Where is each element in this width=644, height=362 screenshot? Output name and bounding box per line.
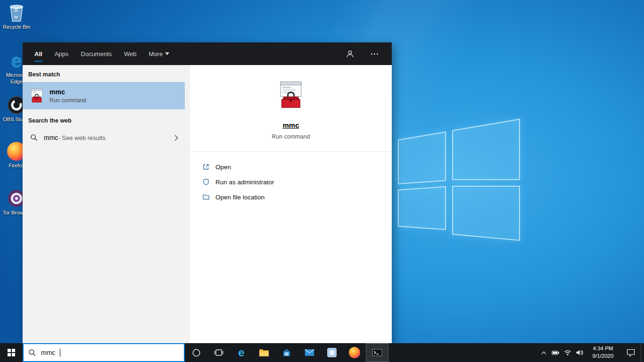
taskbar-pinned-app-button[interactable] [321,343,343,362]
tab-more[interactable]: More [143,42,176,65]
network-icon [564,349,571,356]
search-web-heading: Search the web [23,109,185,128]
taskbar-terminal-button[interactable] [366,343,388,362]
best-match-result-mmc[interactable]: mmc Run command [23,82,185,109]
network-tray-button[interactable] [561,343,573,362]
taskbar: mmc e [0,343,644,362]
recycle-bin-icon [7,3,26,23]
taskbar-mail-button[interactable] [298,343,321,362]
preview-title-link[interactable]: mmc [282,121,299,129]
battery-tray-button[interactable] [550,343,561,362]
store-icon [282,348,291,357]
result-subtitle: Run command [50,97,86,104]
tab-documents[interactable]: Documents [74,42,118,65]
taskbar-firefox-button[interactable] [343,343,366,362]
action-open-file-location[interactable]: Open file location [202,189,392,205]
taskbar-store-button[interactable] [275,343,298,362]
web-search-result[interactable]: mmc - See web results [23,128,185,147]
tab-apps[interactable]: Apps [49,42,75,65]
clock-date: 9/1/2020 [593,353,614,360]
clock-time: 4:34 PM [593,345,613,353]
web-suffix: - See web results [58,134,105,141]
folder-location-icon [202,193,210,201]
web-query: mmc [44,134,58,141]
firefox-icon [349,347,360,358]
tab-web[interactable]: Web [118,42,143,65]
chevron-right-icon[interactable] [174,135,178,141]
admin-shield-icon [202,178,210,186]
desktop-icon-label: Recycle Bin [1,24,32,31]
result-title: mmc [50,88,86,96]
terminal-icon [372,348,382,357]
cortana-button[interactable] [185,343,207,362]
file-explorer-icon [259,348,269,357]
task-view-icon [214,349,223,356]
action-center-icon [627,349,635,357]
mmc-toolbox-icon-large [276,80,305,109]
edge-icon: e [238,347,244,358]
show-desktop-button[interactable] [641,343,644,362]
search-flyout-panel: All Apps Documents Web More Best match [23,42,392,343]
hidden-icons-chevron[interactable] [538,343,550,362]
windows-logo-wallpaper [387,111,528,252]
taskbar-file-explorer-button[interactable] [253,343,275,362]
taskbar-edge-button[interactable]: e [230,343,253,362]
more-options-icon[interactable] [369,49,380,59]
action-run-as-administrator[interactable]: Run as administrator [202,174,392,189]
windows-start-icon [8,349,15,356]
chevron-down-icon [165,52,169,55]
volume-tray-button[interactable] [573,343,585,362]
result-preview-pane: mmc Run command Open Run as administrato… [190,65,392,343]
task-view-button[interactable] [207,343,230,362]
battery-icon [552,349,560,356]
desktop-icon-recycle-bin[interactable]: Recycle Bin [1,3,32,31]
chevron-up-icon [541,351,546,354]
best-match-heading: Best match [23,65,185,82]
open-icon [202,163,210,171]
tab-all[interactable]: All [28,42,49,65]
mail-icon [305,349,314,356]
account-icon[interactable] [345,49,355,59]
preview-subtitle: Run command [272,133,310,140]
search-icon [28,349,36,357]
taskbar-search-input[interactable]: mmc [23,343,185,362]
volume-icon [576,349,583,356]
search-icon [30,134,38,141]
start-button[interactable] [0,343,23,362]
pinned-app-icon [327,348,337,357]
taskbar-clock[interactable]: 4:34 PM 9/1/2020 [585,343,621,362]
search-tabs-bar: All Apps Documents Web More [23,42,392,65]
search-results-pane: Best match mmc Run command [23,65,185,343]
mmc-toolbox-icon [29,88,44,103]
search-input-value: mmc [41,349,55,356]
action-open[interactable]: Open [202,159,392,174]
cortana-icon [192,349,200,357]
action-center-button[interactable] [621,343,641,362]
text-cursor [60,349,60,357]
